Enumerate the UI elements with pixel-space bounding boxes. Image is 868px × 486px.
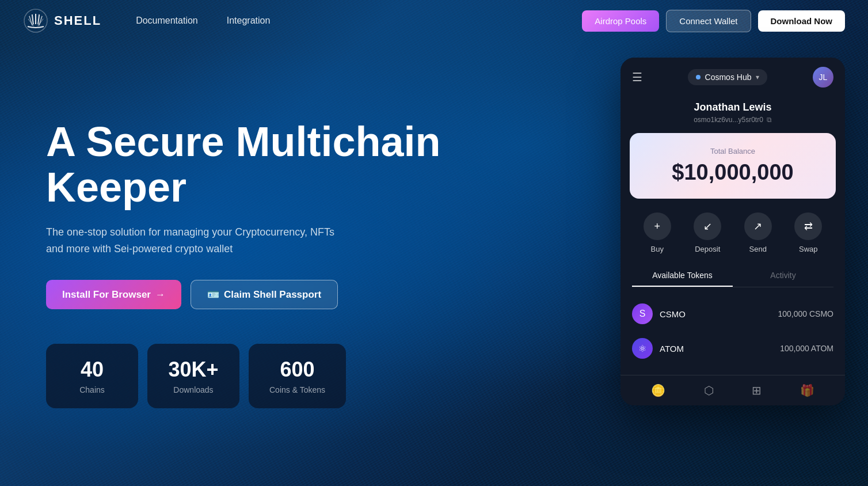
atom-icon: ⚛ [632, 338, 653, 359]
stat-coins-label: Coins & Tokens [269, 385, 325, 394]
tab-activity[interactable]: Activity [733, 265, 833, 287]
stat-chains-label: Chains [67, 385, 117, 394]
wallet-actions: + Buy ↙ Deposit ↗ Send ⇄ Swap [620, 208, 845, 265]
stats-section: 40 Chains 30K+ Downloads 600 Coins & Tok… [46, 344, 460, 408]
wallet-address: osmo1kz6vu...y5sr0tr0 [694, 116, 763, 124]
hero-section: A Secure Multichain Keeper The one-stop … [0, 41, 495, 486]
hero-buttons: Install For Browser → 🪪 Claim Shell Pass… [46, 280, 460, 309]
chain-name: Cosmos Hub [705, 73, 752, 82]
atom-name: ATOM [660, 344, 684, 354]
tab-activity-label: Activity [770, 271, 795, 280]
swap-icon: ⇄ [794, 212, 822, 240]
table-row[interactable]: ⚛ ATOM 100,000 ATOM [632, 331, 833, 366]
logo-text: SHELL [54, 13, 101, 28]
download-now-button[interactable]: Download Now [758, 10, 846, 32]
balance-amount: $10,000,000 [644, 160, 822, 185]
wallet-user-info: Jonathan Lewis osmo1kz6vu...y5sr0tr0 ⧉ [620, 97, 845, 133]
deposit-icon: ↙ [694, 212, 721, 240]
nav-actions: Airdrop Pools Connect Wallet Download No… [582, 10, 845, 32]
install-browser-button[interactable]: Install For Browser → [46, 280, 181, 309]
balance-label: Total Balance [644, 147, 822, 155]
swap-button[interactable]: ⇄ Swap [794, 212, 822, 253]
stat-coins: 600 Coins & Tokens [249, 344, 346, 408]
wallet-tabs: Available Tokens Activity [632, 265, 833, 287]
menu-icon[interactable]: ☰ [632, 70, 642, 84]
wallet-nav-grid-icon[interactable]: ⊞ [752, 384, 762, 397]
table-row[interactable]: S CSMO 100,000 CSMO [632, 297, 833, 331]
tab-available-tokens[interactable]: Available Tokens [632, 265, 733, 287]
hero-subtitle: The one-stop solution for managing your … [46, 224, 345, 257]
stat-downloads-label: Downloads [168, 385, 219, 394]
airdrop-pools-button[interactable]: Airdrop Pools [582, 10, 659, 32]
chain-dot [696, 75, 701, 79]
send-icon: ↗ [744, 212, 772, 240]
send-label: Send [749, 245, 767, 253]
wallet-topbar: ☰ Cosmos Hub ▾ JL [620, 58, 845, 97]
csmo-name: CSMO [660, 309, 686, 319]
deposit-label: Deposit [695, 245, 720, 253]
passport-icon: 🪪 [207, 288, 219, 301]
navbar: SHELL Documentation Integration Airdrop … [0, 0, 868, 41]
deposit-button[interactable]: ↙ Deposit [694, 212, 721, 253]
install-browser-label: Install For Browser [62, 289, 151, 301]
nav-links: Documentation Integration [136, 16, 582, 26]
token-csmo-left: S CSMO [632, 303, 686, 324]
stat-chains: 40 Chains [46, 344, 138, 408]
atom-icon-text: ⚛ [638, 343, 646, 354]
csmo-icon-text: S [639, 309, 646, 319]
claim-passport-button[interactable]: 🪪 Claim Shell Passport [191, 280, 338, 309]
logo[interactable]: SHELL [23, 8, 101, 33]
stat-downloads: 30K+ Downloads [147, 344, 239, 408]
balance-card: Total Balance $10,000,000 [630, 133, 836, 199]
copy-icon[interactable]: ⧉ [767, 116, 772, 124]
wallet-nav-gift-icon[interactable]: 🎁 [800, 384, 814, 397]
stat-coins-number: 600 [269, 358, 325, 382]
user-name: Jonathan Lewis [632, 101, 833, 113]
csmo-amount: 100,000 CSMO [778, 309, 834, 318]
nav-link-integration[interactable]: Integration [227, 16, 271, 26]
wallet-nav-layers-icon[interactable]: ⬡ [704, 384, 714, 397]
chevron-down-icon: ▾ [756, 73, 759, 81]
nav-link-documentation[interactable]: Documentation [136, 16, 198, 26]
wallet-panel: ☰ Cosmos Hub ▾ JL Jonathan Lewis osmo1kz… [620, 58, 845, 405]
buy-button[interactable]: + Buy [644, 212, 671, 253]
shell-logo-icon [23, 8, 48, 33]
claim-passport-label: Claim Shell Passport [224, 289, 321, 301]
connect-wallet-button[interactable]: Connect Wallet [666, 10, 751, 32]
buy-label: Buy [651, 245, 664, 253]
buy-icon: + [644, 212, 671, 240]
wallet-bottom-nav: 🪙 ⬡ ⊞ 🎁 [620, 375, 845, 405]
send-button[interactable]: ↗ Send [744, 212, 772, 253]
token-list: S CSMO 100,000 CSMO ⚛ ATOM 100,000 ATOM [620, 292, 845, 375]
wallet-nav-wallet-icon[interactable]: 🪙 [651, 384, 665, 397]
stat-chains-number: 40 [67, 358, 117, 382]
token-atom-left: ⚛ ATOM [632, 338, 684, 359]
hero-title: A Secure Multichain Keeper [46, 119, 460, 210]
chain-selector[interactable]: Cosmos Hub ▾ [688, 69, 768, 85]
atom-amount: 100,000 ATOM [780, 344, 833, 353]
arrow-icon: → [155, 289, 165, 301]
stat-downloads-number: 30K+ [168, 358, 219, 382]
user-address-row: osmo1kz6vu...y5sr0tr0 ⧉ [632, 116, 833, 124]
csmo-icon: S [632, 303, 653, 324]
avatar[interactable]: JL [813, 67, 833, 88]
tab-available-tokens-label: Available Tokens [652, 271, 713, 280]
swap-label: Swap [799, 245, 818, 253]
